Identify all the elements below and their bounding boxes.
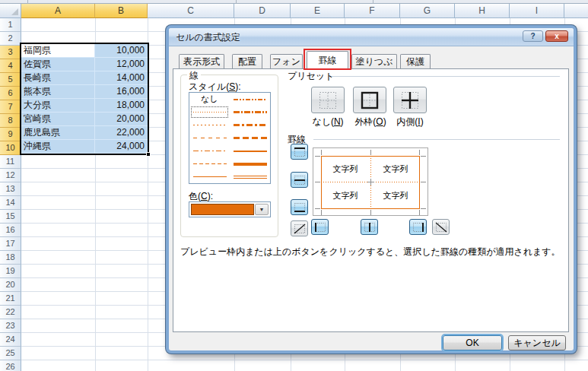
border-top-button[interactable] (291, 144, 308, 160)
table-row[interactable]: 大分県 18,000 (21, 99, 148, 113)
row-header[interactable]: 19 (0, 265, 21, 278)
row-header[interactable]: 21 (0, 292, 21, 306)
line-style-medium-solid[interactable] (230, 144, 270, 157)
tab-fill[interactable]: 塗りつぶし (351, 54, 397, 69)
cell-b3[interactable]: 10,000 (95, 44, 148, 58)
row-header[interactable]: 18 (0, 251, 21, 265)
table-row[interactable]: 長崎県 14,000 (21, 71, 148, 85)
cell-a9[interactable]: 鹿児島県 (21, 126, 95, 140)
cell-b5[interactable]: 14,000 (95, 71, 148, 85)
color-dropdown[interactable]: ▼ (189, 201, 271, 217)
row-header[interactable]: 6 (0, 87, 21, 100)
table-row[interactable]: 鹿児島県 22,000 (21, 126, 148, 140)
cell-a8[interactable]: 宮崎県 (21, 113, 95, 126)
row-header[interactable]: 5 (0, 73, 21, 87)
cell-b9[interactable]: 22,000 (95, 126, 148, 140)
line-style-thick-solid[interactable] (230, 157, 270, 170)
row-header[interactable]: 8 (0, 114, 21, 128)
cell-a5[interactable]: 長崎県 (21, 71, 95, 85)
cell-a7[interactable]: 大分県 (21, 99, 95, 113)
column-header-g[interactable]: G (400, 4, 455, 18)
border-right-button[interactable] (409, 219, 427, 235)
cell-b6[interactable]: 16,000 (95, 85, 148, 99)
border-middle-horizontal-button[interactable] (291, 172, 308, 188)
row-header[interactable]: 25 (0, 347, 21, 360)
border-preview[interactable]: 文字列 文字列 文字列 文字列 (313, 147, 428, 216)
border-diagonal-down-button[interactable] (432, 219, 450, 235)
border-left-button[interactable] (311, 219, 329, 235)
line-style-thin-solid[interactable] (189, 170, 230, 183)
row-header[interactable]: 16 (0, 224, 21, 237)
column-header-b[interactable]: B (95, 4, 148, 18)
row-header[interactable]: 11 (0, 155, 21, 169)
chevron-down-icon[interactable]: ▼ (255, 204, 269, 215)
column-header-h[interactable]: H (455, 4, 510, 18)
row-header[interactable]: 23 (0, 319, 21, 333)
fill-handle[interactable] (146, 152, 151, 157)
row-header[interactable]: 10 (0, 141, 21, 155)
row-header[interactable]: 9 (0, 128, 21, 141)
cell-a6[interactable]: 熊本県 (21, 85, 95, 99)
tab-protection[interactable]: 保護 (400, 54, 431, 69)
close-icon[interactable]: x (545, 30, 568, 42)
tab-font[interactable]: フォント (270, 54, 303, 69)
preset-inside-button[interactable] (393, 87, 427, 113)
row-header[interactable]: 13 (0, 182, 21, 196)
border-middle-vertical-button[interactable] (361, 219, 378, 235)
line-style-slant-dash-dot[interactable] (230, 106, 270, 119)
cell-b7[interactable]: 18,000 (95, 99, 148, 113)
row-header[interactable]: 14 (0, 196, 21, 210)
line-style-spaced-dash[interactable] (189, 132, 230, 144)
cell-b10[interactable]: 24,000 (95, 140, 148, 154)
row-header[interactable]: 26 (0, 360, 21, 371)
line-style-dotted-selected[interactable] (189, 106, 230, 119)
column-header-a[interactable]: A (21, 4, 95, 18)
tab-alignment[interactable]: 配置 (232, 54, 262, 69)
tab-border[interactable]: 罫線 (307, 51, 348, 69)
table-row[interactable]: 沖縄県 24,000 (21, 140, 148, 154)
row-header[interactable]: 17 (0, 237, 21, 251)
line-style-fine-dash[interactable] (189, 119, 230, 132)
line-style-double[interactable] (230, 170, 270, 183)
border-diagonal-up-button[interactable] (291, 220, 308, 236)
cell-b8[interactable]: 20,000 (95, 113, 148, 126)
row-header[interactable]: 22 (0, 306, 21, 319)
column-header-f[interactable]: F (345, 4, 400, 18)
row-header[interactable]: 4 (0, 59, 21, 73)
row-header[interactable]: 15 (0, 210, 21, 224)
row-header[interactable]: 2 (0, 32, 21, 46)
cell-a3[interactable]: 福岡県 (21, 44, 95, 58)
line-style-none[interactable]: なし (189, 93, 230, 106)
help-button[interactable]: ? (523, 30, 543, 42)
preset-none-button[interactable] (311, 87, 345, 113)
line-style-listbox[interactable]: なし (189, 92, 271, 184)
ok-button[interactable]: OK (443, 335, 502, 350)
table-row[interactable]: 宮崎県 20,000 (21, 113, 148, 126)
table-row[interactable]: 福岡県 10,000 (21, 44, 148, 58)
table-row[interactable]: 佐賀県 12,000 (21, 58, 148, 71)
dialog-titlebar[interactable]: セルの書式設定 ? x (169, 28, 574, 46)
tab-number-format[interactable]: 表示形式 (179, 54, 224, 69)
preset-outline-button[interactable] (353, 87, 386, 113)
line-style-dashed[interactable] (189, 157, 230, 170)
column-header-i[interactable]: I (510, 4, 564, 18)
selected-range[interactable]: 福岡県 10,000 佐賀県 12,000 長崎県 14,000 熊本県 16,… (20, 43, 149, 155)
column-header-j[interactable] (564, 4, 588, 18)
cell-b4[interactable]: 12,000 (95, 58, 148, 71)
table-row[interactable]: 熊本県 16,000 (21, 85, 148, 99)
cell-a10[interactable]: 沖縄県 (21, 140, 95, 154)
row-header[interactable]: 12 (0, 169, 21, 182)
cell-a4[interactable]: 佐賀県 (21, 58, 95, 71)
select-all-corner[interactable] (0, 4, 21, 18)
row-header[interactable]: 7 (0, 100, 21, 114)
row-header[interactable]: 20 (0, 278, 21, 292)
row-header[interactable]: 1 (0, 18, 21, 32)
row-header[interactable]: 24 (0, 333, 21, 347)
column-header-e[interactable]: E (291, 4, 345, 18)
line-style-dash-dot[interactable] (189, 144, 230, 157)
line-style-medium-dashed[interactable] (230, 132, 270, 144)
column-header-c[interactable]: C (148, 4, 234, 18)
line-style-medium-dash-dot[interactable] (230, 119, 270, 132)
cancel-button[interactable]: キャンセル (508, 335, 566, 350)
border-bottom-button[interactable] (291, 199, 308, 215)
